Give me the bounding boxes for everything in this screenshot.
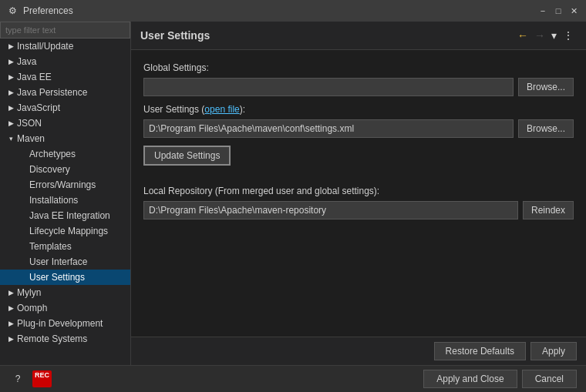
sidebar-item-discovery[interactable]: Discovery (0, 162, 130, 177)
sidebar-item-json[interactable]: ▶JSON (0, 116, 130, 131)
global-settings-label: Global Settings: (143, 62, 574, 73)
sidebar-item-javascript[interactable]: ▶JavaScript (0, 100, 130, 116)
sidebar-item-label: Lifecycle Mappings (29, 226, 108, 236)
user-settings-input[interactable] (143, 119, 514, 138)
restore-defaults-button[interactable]: Restore Defaults (434, 342, 526, 360)
sidebar-item-label: Archetypes (29, 149, 76, 159)
sidebar-item-lifecycle-mappings[interactable]: Lifecycle Mappings (0, 223, 130, 239)
local-repo-label: Local Repository (From merged user and g… (143, 186, 574, 196)
expand-arrow-icon: ▶ (6, 72, 15, 82)
expand-arrow-icon: ▾ (6, 134, 15, 143)
sidebar-item-label: Oomph (17, 303, 47, 313)
expand-arrow-icon: ▶ (6, 303, 15, 313)
title-bar: ⚙ Preferences − □ ✕ (0, 0, 586, 22)
user-browse-button[interactable]: Browse... (518, 119, 574, 138)
sidebar-item-archetypes[interactable]: Archetypes (0, 146, 130, 162)
sidebar-item-label: Java EE (17, 72, 52, 82)
sidebar-item-install-update[interactable]: ▶Install/Update (0, 39, 130, 54)
right-panel: User Settings ← → ▾ ⋮ Global Settings: B… (131, 22, 586, 365)
sidebar-item-label: Discovery (29, 164, 70, 175)
sidebar-tree: ▶Install/Update▶Java▶Java EE▶Java Persis… (0, 39, 130, 347)
update-settings-button[interactable]: Update Settings (143, 146, 231, 166)
sidebar-item-errors-warnings[interactable]: Errors/Warnings (0, 177, 130, 193)
sidebar-item-installations[interactable]: Installations (0, 193, 130, 208)
sidebar-item-label: JSON (17, 118, 42, 129)
app-icon: ⚙ (6, 5, 19, 17)
filter-input[interactable] (0, 22, 130, 39)
bottom-bar: Restore Defaults Apply (131, 337, 586, 365)
sidebar-item-label: User Settings (29, 272, 85, 283)
sidebar-item-label: Errors/Warnings (29, 179, 96, 190)
global-settings-input[interactable] (143, 78, 514, 96)
local-repo-row: Reindex (143, 201, 574, 219)
expand-arrow-icon: ▶ (6, 334, 15, 343)
panel-menu-button[interactable]: ⋮ (560, 28, 577, 43)
minimize-button[interactable]: − (537, 5, 549, 17)
panel-title: User Settings (140, 29, 514, 42)
open-file-link[interactable]: open file (204, 104, 239, 115)
expand-arrow-icon: ▶ (6, 319, 15, 328)
panel-body: Global Settings: Browse... User Settings… (131, 50, 586, 337)
sidebar-item-label: Installations (29, 195, 78, 206)
global-settings-row: Browse... (143, 78, 574, 96)
sidebar-item-label: Remote Systems (17, 333, 87, 344)
sidebar-item-templates[interactable]: Templates (0, 239, 130, 254)
expand-arrow-icon: ▶ (6, 119, 15, 128)
maximize-button[interactable]: □ (552, 5, 564, 17)
user-settings-row: Browse... (143, 119, 574, 138)
sidebar-item-user-interface[interactable]: User Interface (0, 254, 130, 270)
reindex-button[interactable]: Reindex (523, 201, 574, 219)
apply-button[interactable]: Apply (530, 342, 577, 360)
sidebar-item-maven[interactable]: ▾Maven (0, 131, 130, 146)
sidebar-item-java-ee-integration[interactable]: Java EE Integration (0, 208, 130, 223)
cancel-button[interactable]: Cancel (522, 370, 577, 388)
sidebar-item-plug-in-development[interactable]: ▶Plug-in Development (0, 316, 130, 331)
footer-left: ? REC (9, 370, 419, 387)
sidebar-item-remote-systems[interactable]: ▶Remote Systems (0, 331, 130, 347)
local-repo-input[interactable] (143, 201, 518, 219)
sidebar-item-label: Java Persistence (17, 87, 87, 98)
expand-arrow-icon: ▶ (6, 288, 15, 297)
sidebar-item-label: Templates (29, 241, 72, 252)
window-controls: − □ ✕ (537, 5, 580, 17)
window-title: Preferences (23, 5, 537, 16)
expand-arrow-icon: ▶ (6, 103, 15, 112)
sidebar-item-oomph[interactable]: ▶Oomph (0, 300, 130, 316)
footer-bar: ? REC Apply and Close Cancel (0, 365, 586, 392)
sidebar-item-mylyn[interactable]: ▶Mylyn (0, 285, 130, 300)
main-content: ▶Install/Update▶Java▶Java EE▶Java Persis… (0, 22, 586, 365)
help-button[interactable]: ? (9, 370, 26, 387)
sidebar-item-label: Plug-in Development (17, 318, 103, 329)
local-repo-section: Local Repository (From merged user and g… (143, 186, 574, 219)
global-browse-button[interactable]: Browse... (518, 78, 574, 96)
sidebar-item-label: Mylyn (17, 287, 41, 298)
user-settings-label: User Settings (open file): (143, 104, 574, 115)
close-button[interactable]: ✕ (567, 5, 580, 17)
sidebar-item-label: Java EE Integration (29, 210, 110, 221)
apply-close-button[interactable]: Apply and Close (423, 370, 517, 388)
sidebar-item-java-persistence[interactable]: ▶Java Persistence (0, 85, 130, 100)
nav-dropdown-button[interactable]: ▾ (548, 28, 560, 43)
expand-arrow-icon: ▶ (6, 42, 15, 51)
sidebar-item-java-ee[interactable]: ▶Java EE (0, 69, 130, 85)
sidebar-item-user-settings[interactable]: User Settings (0, 270, 130, 285)
panel-header: User Settings ← → ▾ ⋮ (131, 22, 586, 50)
sidebar-item-label: Maven (17, 133, 45, 144)
sidebar-item-label: User Interface (29, 256, 87, 267)
sidebar-item-java[interactable]: ▶Java (0, 54, 130, 69)
sidebar: ▶Install/Update▶Java▶Java EE▶Java Persis… (0, 22, 131, 365)
sidebar-item-label: Install/Update (17, 41, 73, 52)
sidebar-item-label: Java (17, 56, 36, 67)
sidebar-item-label: JavaScript (17, 102, 60, 113)
nav-forward-button[interactable]: → (531, 28, 548, 43)
expand-arrow-icon: ▶ (6, 88, 15, 97)
nav-back-button[interactable]: ← (514, 28, 531, 43)
rec-badge: REC (32, 370, 52, 387)
expand-arrow-icon: ▶ (6, 57, 15, 66)
